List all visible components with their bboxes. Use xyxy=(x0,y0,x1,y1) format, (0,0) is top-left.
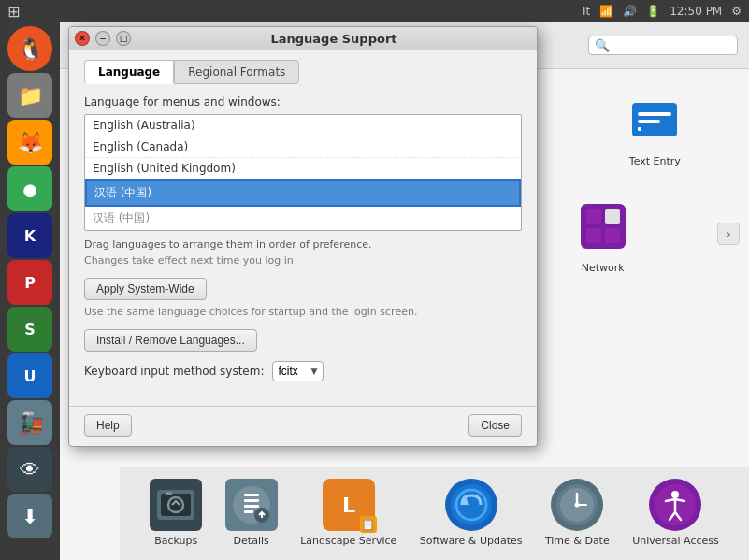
language-support-dialog: ✕ − □ Language Support Language Regional… xyxy=(68,26,538,447)
lang-item-en-uk[interactable]: English (United Kingdom) xyxy=(85,158,521,179)
bottom-item-universal-access[interactable]: Universal Access xyxy=(632,479,719,548)
sidebar-item-kw[interactable]: K xyxy=(7,213,52,258)
sidebar-item-wps[interactable]: P xyxy=(7,260,52,305)
language-list: English (Australia) English (Canada) Eng… xyxy=(84,114,522,231)
time-date-icon xyxy=(551,479,603,531)
bottom-item-software-updates[interactable]: Software & Updates xyxy=(420,479,523,548)
dialog-body: Language Regional Formats Language for m… xyxy=(69,50,537,402)
battery-icon: 🔋 xyxy=(646,5,660,18)
topbar-left: ⊞ xyxy=(7,3,20,21)
bottom-item-time-date[interactable]: Time & Date xyxy=(545,479,610,548)
software-updates-label: Software & Updates xyxy=(420,535,523,548)
settings-icon[interactable]: ⚙ xyxy=(731,5,742,18)
close-dialog-button[interactable]: Close xyxy=(468,414,522,437)
svg-point-33 xyxy=(575,503,580,508)
bottom-item-details[interactable]: Details xyxy=(225,479,278,548)
network-settings-icon xyxy=(573,196,633,256)
search-icon: 🔍 xyxy=(595,38,610,52)
topbar-right: It 📶 🔊 🔋 12:50 PM ⚙ xyxy=(583,5,742,18)
dialog-title: Language Support xyxy=(137,32,531,46)
keyboard-input-select[interactable]: fcitx ibus xim none xyxy=(272,361,324,381)
bottom-item-landscape-service[interactable]: L 📋 Landscape Service xyxy=(300,479,396,548)
dialog-maximize-button[interactable]: □ xyxy=(116,31,131,46)
volume-icon: 🔊 xyxy=(623,5,637,18)
sidebar-item-chrome[interactable]: ● xyxy=(7,166,52,211)
bottom-icons-bar: Backups Details xyxy=(120,467,749,560)
sidebar-item-bottom[interactable]: ⬇ xyxy=(7,494,52,538)
dialog-footer: Help Close xyxy=(69,406,537,446)
dialog-close-button[interactable]: ✕ xyxy=(75,31,90,46)
svg-rect-20 xyxy=(244,494,259,496)
keyboard-input-row: Keyboard input method system: fcitx ibus… xyxy=(84,361,522,381)
lang-item-en-ca[interactable]: English (Canada) xyxy=(85,136,521,158)
network-label: Network xyxy=(582,262,625,275)
svg-rect-4 xyxy=(638,120,660,123)
text-entry-icon xyxy=(625,90,684,150)
search-input[interactable] xyxy=(613,39,735,52)
software-updates-icon xyxy=(445,479,497,531)
sidebar-item-firefox[interactable]: 🦊 xyxy=(7,120,52,165)
drag-hint-text: Drag languages to arrange them in order … xyxy=(84,238,522,251)
svg-text:L: L xyxy=(342,494,355,517)
details-icon xyxy=(225,479,278,531)
svg-rect-10 xyxy=(605,228,620,243)
sidebar-item-s[interactable]: S xyxy=(7,307,52,352)
lang-item-zh-cn-selected[interactable]: 汉语 (中国) xyxy=(85,179,521,207)
svg-rect-3 xyxy=(638,112,671,116)
sidebar-item-uk[interactable]: U xyxy=(7,353,52,398)
lang-item-zh-cn-faded[interactable]: 汉语 (中国) xyxy=(85,207,521,230)
lang-item-en-au[interactable]: English (Australia) xyxy=(85,115,521,136)
language-section-label: Language for menus and windows: xyxy=(84,95,522,108)
sidebar-item-eye[interactable]: 👁 xyxy=(7,447,52,492)
universal-access-icon xyxy=(649,479,701,531)
time-display: 12:50 PM xyxy=(670,5,722,18)
universal-access-label: Universal Access xyxy=(632,535,719,548)
sidebar-item-train[interactable]: 🚂 xyxy=(7,400,52,445)
svg-rect-21 xyxy=(244,499,259,502)
dialog-titlebar: ✕ − □ Language Support xyxy=(69,27,537,50)
landscape-service-icon: L 📋 xyxy=(323,479,375,531)
svg-point-35 xyxy=(671,491,679,498)
tab-language[interactable]: Language xyxy=(84,60,174,84)
it-label: It xyxy=(583,5,590,18)
grid-icon[interactable]: ⊞ xyxy=(7,3,20,21)
text-entry-label: Text Entry xyxy=(629,155,681,168)
tab-regional-formats[interactable]: Regional Formats xyxy=(174,60,299,84)
drag-subhint-text: Changes take effect next time you log in… xyxy=(84,254,522,266)
sidebar-item-files[interactable]: 📁 xyxy=(7,73,52,118)
keyboard-select-wrapper[interactable]: fcitx ibus xim none xyxy=(272,361,324,381)
svg-rect-8 xyxy=(586,228,601,243)
network-icon: 📶 xyxy=(599,5,613,18)
backups-icon xyxy=(150,479,202,531)
svg-rect-18 xyxy=(166,492,172,495)
svg-rect-9 xyxy=(605,209,620,224)
time-date-label: Time & Date xyxy=(545,535,610,548)
next-arrow[interactable]: › xyxy=(717,223,740,245)
sidebar-item-ubuntu[interactable]: 🐧 xyxy=(7,26,52,71)
topbar: ⊞ It 📶 🔊 🔋 12:50 PM ⚙ xyxy=(0,0,749,22)
svg-rect-5 xyxy=(638,127,641,131)
help-button[interactable]: Help xyxy=(84,414,132,437)
svg-rect-22 xyxy=(244,505,259,508)
apply-hint-text: Use the same language choices for startu… xyxy=(84,306,522,318)
sidebar-dock: 🐧 📁 🦊 ● K P S U 🚂 👁 ⬇ xyxy=(0,22,60,560)
landscape-service-label: Landscape Service xyxy=(300,535,396,548)
search-box[interactable]: 🔍 xyxy=(588,36,738,55)
keyboard-input-label: Keyboard input method system: xyxy=(84,365,265,378)
settings-item-text-entry[interactable]: Text Entry xyxy=(570,79,740,176)
details-label: Details xyxy=(234,535,269,548)
svg-rect-23 xyxy=(244,510,253,513)
svg-rect-7 xyxy=(586,209,601,224)
bottom-item-backups[interactable]: Backups xyxy=(150,479,202,548)
dialog-minimize-button[interactable]: − xyxy=(95,31,110,46)
apply-system-wide-button[interactable]: Apply System-Wide xyxy=(84,278,207,300)
install-remove-languages-button[interactable]: Install / Remove Languages... xyxy=(84,329,257,352)
backups-label: Backups xyxy=(154,535,197,548)
dialog-tab-bar: Language Regional Formats xyxy=(84,60,522,84)
